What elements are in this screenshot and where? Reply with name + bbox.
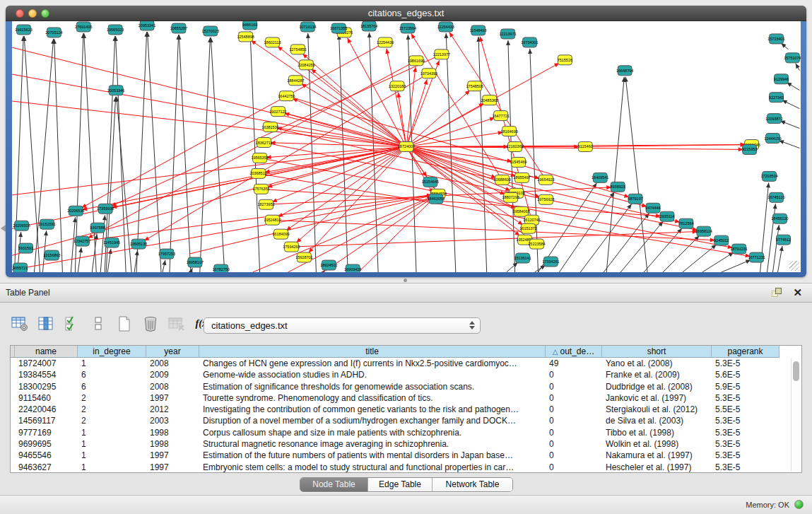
cell-out-de-[interactable]: 0 — [546, 381, 602, 392]
graph-node[interactable]: 19756928 — [537, 194, 554, 204]
cell-name[interactable]: 9699695 — [15, 438, 78, 450]
table-selector[interactable]: citations_edges.txt — [204, 317, 481, 334]
graph-node[interactable]: 15136141 — [514, 253, 531, 263]
table-row[interactable]: 911546021997Tourette syndrome. Phenomeno… — [11, 392, 801, 404]
cell-in-degree[interactable]: 1 — [78, 450, 146, 461]
cell-in-degree[interactable]: 1 — [78, 427, 146, 438]
graph-node[interactable]: 17957253 — [158, 249, 175, 259]
graph-node[interactable]: 20053346 — [107, 86, 124, 95]
graph-node[interactable]: 15270023 — [202, 26, 219, 36]
graph-node[interactable]: 19565023 — [107, 25, 124, 35]
column-header-in-degree[interactable]: in_degree — [78, 346, 146, 358]
table-row[interactable]: 946362711997Embryonic stem cells: a mode… — [11, 462, 801, 473]
graph-node[interactable]: 6879197 — [628, 194, 642, 204]
graph-node[interactable]: 18135704 — [360, 21, 377, 31]
graph-node[interactable]: 20485365 — [481, 95, 498, 105]
graph-node[interactable]: 9115460 — [578, 142, 593, 152]
memory-ok-icon[interactable] — [794, 500, 804, 509]
graph-node[interactable]: 18791231 — [731, 244, 748, 254]
graph-node[interactable]: 17359938 — [97, 204, 114, 214]
graph-node[interactable]: 17334261 — [542, 257, 559, 267]
resize-grip-icon[interactable] — [789, 261, 799, 271]
graph-node[interactable]: 17576351 — [252, 184, 269, 194]
table-row[interactable]: 977716911998Corpus callosum shape and si… — [11, 427, 801, 438]
graph-node[interactable]: 9245012 — [714, 235, 729, 245]
graph-node[interactable]: 9215953 — [742, 145, 757, 155]
graph-node[interactable]: 18602113 — [264, 37, 281, 47]
tab-node-table[interactable]: Node Table — [300, 478, 368, 491]
cell-name[interactable]: 9115460 — [15, 392, 78, 404]
float-panel-icon[interactable] — [772, 288, 782, 298]
graph-node[interactable]: 20206536 — [67, 206, 84, 216]
cell-short[interactable]: de Silva et al. (2003) — [602, 415, 712, 426]
graph-node[interactable]: 18463053 — [428, 194, 445, 204]
graph-node[interactable]: 11548493 — [470, 25, 487, 35]
graph-node[interactable]: 12342757 — [73, 236, 90, 246]
cell-year[interactable]: 2008 — [146, 381, 199, 392]
graph-node[interactable]: 25223584 — [528, 239, 545, 249]
panel-collapse-arrow-icon[interactable] — [1, 225, 6, 232]
cell-pagerank[interactable]: 5.3E-5 — [712, 438, 779, 450]
column-header-out-de-[interactable]: △out_de… — [546, 346, 602, 358]
cell-year[interactable]: 1997 — [146, 392, 199, 404]
cell-pagerank[interactable]: 5.5E-5 — [712, 404, 779, 415]
graph-node[interactable]: 15723564 — [399, 23, 416, 33]
graph-node[interactable]: 7515526 — [558, 55, 572, 65]
graph-node[interactable]: 16671355 — [330, 23, 347, 33]
cell-short[interactable]: Tibbo et al. (1998) — [602, 427, 712, 438]
cell-in-degree[interactable]: 2 — [78, 415, 146, 426]
select-rows-icon[interactable] — [62, 314, 82, 334]
network-window-titlebar[interactable]: citations_edges.txt — [6, 6, 806, 21]
table-row[interactable]: 1456911722003Disruption of a novel membe… — [11, 415, 801, 426]
cell-name[interactable]: 9777169 — [15, 427, 78, 438]
cell-pagerank[interactable]: 5.3E-5 — [712, 462, 779, 473]
cell-name[interactable]: 18724007 — [15, 358, 78, 369]
graph-node[interactable]: 16909428 — [344, 264, 361, 272]
graph-node[interactable]: 10719134 — [299, 22, 316, 32]
graph-node[interactable]: 19734301 — [521, 37, 538, 47]
column-header-title[interactable]: title — [199, 346, 546, 358]
graph-node[interactable]: 16771231 — [748, 252, 765, 262]
graph-node[interactable]: 15608701 — [295, 252, 312, 262]
graph-node[interactable]: 16409541 — [592, 173, 608, 182]
cell-in-degree[interactable]: 2 — [78, 404, 146, 415]
cell-pagerank[interactable]: 5.3E-5 — [712, 415, 779, 426]
graph-node[interactable]: 9055721 — [13, 263, 28, 272]
tab-network-table[interactable]: Network Table — [433, 478, 512, 491]
cell-title[interactable]: Estimation of significance thresholds fo… — [199, 381, 546, 392]
table-mode-icon[interactable] — [10, 314, 30, 334]
graph-node[interactable]: 18844287 — [287, 76, 304, 86]
column-header-name[interactable]: name — [15, 346, 78, 358]
cell-year[interactable]: 2003 — [146, 415, 199, 426]
graph-node[interactable]: 18273952 — [257, 199, 274, 209]
graph-node[interactable]: 13220183 — [389, 81, 406, 91]
cell-in-degree[interactable]: 1 — [78, 358, 146, 369]
cell-year[interactable]: 1998 — [146, 438, 199, 450]
cell-in-degree[interactable]: 2 — [78, 392, 146, 404]
graph-node[interactable]: 16381530 — [261, 122, 278, 132]
splitter-handle[interactable] — [404, 279, 407, 282]
graph-node[interactable]: 18807293 — [502, 192, 519, 202]
column-header-year[interactable]: year — [146, 346, 199, 358]
cell-short[interactable]: Hescheler et al. (1997) — [602, 462, 712, 473]
graph-node[interactable]: 9774512 — [776, 235, 791, 245]
cell-in-degree[interactable]: 1 — [78, 438, 146, 450]
graph-node[interactable]: 12548898 — [237, 32, 254, 42]
graph-node[interactable]: 26206505 — [13, 221, 30, 230]
graph-node[interactable]: 19861699 — [408, 56, 425, 66]
cell-out-de-[interactable]: 0 — [546, 438, 602, 450]
cell-out-de-[interactable]: 0 — [546, 462, 602, 473]
cell-title[interactable]: Disruption of a novel member of a sodium… — [199, 415, 546, 426]
cell-short[interactable]: Yano et al. (2008) — [602, 358, 712, 369]
cell-year[interactable]: 1997 — [146, 450, 199, 461]
graph-node[interactable]: 18362711 — [256, 138, 273, 148]
graph-node[interactable]: 9129946 — [774, 74, 789, 84]
cell-title[interactable]: Structural magnetic resonance image aver… — [199, 438, 546, 450]
graph-node[interactable]: 2935114 — [660, 211, 675, 221]
cell-in-degree[interactable]: 1 — [78, 462, 146, 473]
cell-year[interactable]: 2009 — [146, 369, 199, 380]
cell-pagerank[interactable]: 5.3E-5 — [712, 392, 779, 404]
graph-node[interactable]: 9474444 — [645, 203, 660, 213]
cell-pagerank[interactable]: 5.3E-5 — [712, 450, 779, 461]
cell-pagerank[interactable]: 5.6E-5 — [712, 369, 779, 380]
